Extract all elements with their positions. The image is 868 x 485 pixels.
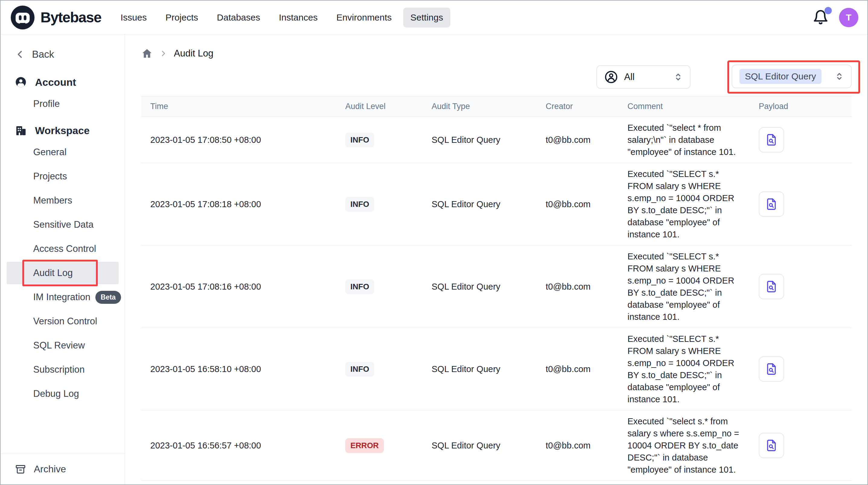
sidebar-item-access-control[interactable]: Access Control: [1, 237, 125, 261]
cell-comment: Executed `"select s.* from salary s wher…: [618, 415, 750, 476]
cell-time: 2023-01-05 17:08:18 +08:00: [141, 199, 336, 209]
cell-comment: Executed `"select * from salary;\n"` in …: [618, 122, 750, 158]
up-down-chevron-icon: [834, 71, 844, 82]
level-badge: ERROR: [345, 438, 384, 453]
cell-creator: t0@bb.com: [537, 282, 618, 292]
bytebase-logo[interactable]: Bytebase: [10, 4, 101, 30]
filter-bar: All SQL Editor Query: [141, 65, 852, 89]
cell-payload: [750, 274, 852, 299]
group-header-account: Account: [1, 73, 125, 92]
cell-creator: t0@bb.com: [537, 364, 618, 374]
sidebar-item-sql-review[interactable]: SQL Review: [1, 334, 125, 358]
audit-type-filter-select[interactable]: SQL Editor Query: [732, 65, 852, 88]
cell-payload: [750, 356, 852, 382]
archive-icon: [14, 463, 27, 475]
nav-link-environments[interactable]: Environments: [329, 7, 399, 27]
file-search-icon: [765, 362, 778, 376]
notifications-bell-icon[interactable]: [812, 9, 829, 26]
sidebar-item-audit-log[interactable]: Audit Log: [1, 261, 125, 285]
level-badge: INFO: [345, 197, 374, 212]
table-row: 2023-01-05 16:56:57 +08:00 ERROR SQL Edi…: [141, 410, 852, 481]
settings-sidebar: Back Account Profile: [1, 34, 125, 484]
file-search-icon: [765, 197, 778, 211]
column-header-comment: Comment: [618, 102, 750, 111]
nav-link-projects[interactable]: Projects: [158, 7, 205, 27]
sidebar-item-members[interactable]: Members: [1, 189, 125, 212]
cell-payload: [750, 192, 852, 217]
audit-log-page: Audit Log All SQL Editor Quer: [125, 34, 867, 484]
notification-dot: [825, 7, 832, 14]
column-header-audit-level: Audit Level: [336, 102, 423, 111]
file-search-icon: [765, 438, 778, 452]
cell-creator: t0@bb.com: [537, 440, 618, 451]
sidebar-item-debug-log[interactable]: Debug Log: [1, 382, 125, 406]
cell-audit-type: SQL Editor Query: [423, 135, 537, 145]
column-header-audit-type: Audit Type: [423, 102, 537, 111]
view-payload-button[interactable]: [759, 433, 784, 458]
page-title: Audit Log: [174, 48, 213, 59]
column-header-payload: Payload: [750, 102, 852, 111]
nav-link-settings[interactable]: Settings: [403, 7, 450, 27]
back-button[interactable]: Back: [1, 45, 125, 63]
sidebar-group-account: Account Profile: [1, 73, 125, 116]
home-icon[interactable]: [141, 48, 153, 59]
avatar[interactable]: T: [839, 8, 858, 27]
cell-time: 2023-01-05 16:56:57 +08:00: [141, 440, 336, 451]
table-row: 2023-01-05 17:08:50 +08:00 INFO SQL Edit…: [141, 117, 852, 163]
nav-link-databases[interactable]: Databases: [210, 7, 268, 27]
sidebar-item-sensitive-data[interactable]: Sensitive Data: [1, 212, 125, 237]
brand-name: Bytebase: [40, 9, 101, 26]
cell-audit-level: ERROR: [336, 438, 423, 453]
sidebar-item-im-integration[interactable]: IM Integration Beta: [1, 285, 125, 309]
cell-time: 2023-01-05 16:58:10 +08:00: [141, 364, 336, 374]
app-window: Bytebase IssuesProjectsDatabasesInstance…: [0, 0, 868, 485]
column-header-creator: Creator: [537, 102, 618, 111]
cell-payload: [750, 127, 852, 152]
sidebar-item-version-control[interactable]: Version Control: [1, 309, 125, 334]
sidebar-item-archive[interactable]: Archive: [1, 454, 125, 484]
chevron-left-icon: [15, 49, 25, 59]
view-payload-button[interactable]: [759, 192, 784, 217]
sidebar-item-projects[interactable]: Projects: [1, 164, 125, 189]
main-nav-links: IssuesProjectsDatabasesInstancesEnvironm…: [113, 7, 450, 27]
level-badge: INFO: [345, 133, 374, 147]
cell-comment: Executed `"SELECT s.* FROM salary s WHER…: [618, 333, 750, 405]
top-nav: Bytebase IssuesProjectsDatabasesInstance…: [1, 1, 867, 34]
cell-payload: [750, 433, 852, 458]
group-header-workspace: Workspace: [1, 121, 125, 140]
file-search-icon: [765, 280, 778, 293]
creator-filter-value: All: [624, 72, 634, 82]
nav-link-instances[interactable]: Instances: [272, 7, 325, 27]
sidebar-item-subscription[interactable]: Subscription: [1, 358, 125, 382]
table-row: 2023-01-05 13:32:52 +08:00 INFO SQL Edit…: [141, 481, 852, 485]
table-header-row: Time Audit Level Audit Type Creator Comm…: [141, 96, 852, 117]
audit-type-filter-value: SQL Editor Query: [739, 69, 822, 84]
creator-filter-select[interactable]: All: [596, 65, 690, 89]
table-row: 2023-01-05 16:58:10 +08:00 INFO SQL Edit…: [141, 328, 852, 410]
cell-creator: t0@bb.com: [537, 135, 618, 145]
cell-audit-type: SQL Editor Query: [423, 199, 537, 209]
view-payload-button[interactable]: [759, 127, 784, 152]
user-circle-outline-icon: [604, 70, 618, 84]
up-down-chevron-icon: [673, 72, 683, 82]
annotation-box-type-filter: SQL Editor Query: [727, 60, 860, 94]
column-header-time: Time: [141, 102, 336, 111]
cell-comment: Executed `"SELECT s.* FROM salary s WHER…: [618, 168, 750, 240]
sidebar-item-profile[interactable]: Profile: [1, 92, 125, 116]
cell-comment: Executed `"SELECT s.* FROM salary s WHER…: [618, 250, 750, 323]
cell-creator: t0@bb.com: [537, 199, 618, 209]
file-search-icon: [765, 133, 778, 147]
back-label: Back: [32, 49, 54, 60]
cell-audit-level: INFO: [336, 133, 423, 147]
level-badge: INFO: [345, 279, 374, 294]
cell-audit-level: INFO: [336, 197, 423, 212]
audit-log-table: Time Audit Level Audit Type Creator Comm…: [141, 96, 852, 485]
table-row: 2023-01-05 17:08:16 +08:00 INFO SQL Edit…: [141, 246, 852, 328]
archive-label: Archive: [34, 463, 66, 475]
cell-audit-level: INFO: [336, 362, 423, 377]
cell-audit-type: SQL Editor Query: [423, 364, 537, 374]
view-payload-button[interactable]: [759, 356, 784, 382]
sidebar-item-general[interactable]: General: [1, 140, 125, 164]
nav-link-issues[interactable]: Issues: [113, 7, 154, 27]
view-payload-button[interactable]: [759, 274, 784, 299]
